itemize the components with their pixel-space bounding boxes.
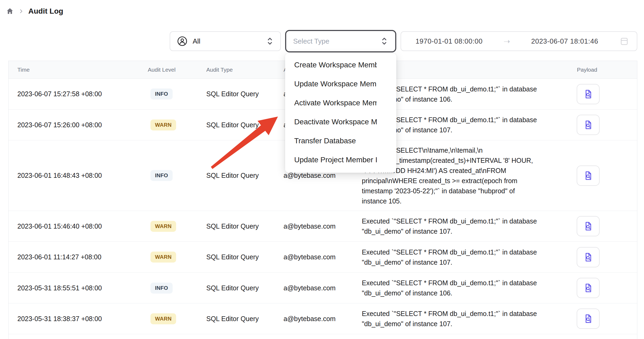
header-audit-type: Audit Type bbox=[206, 61, 233, 78]
file-search-icon bbox=[583, 313, 593, 324]
header-time: Time bbox=[17, 61, 30, 78]
comment-cell: Executed `"SELECT * FROM db_ui_demo.t1;"… bbox=[362, 242, 562, 272]
payload-view-button[interactable] bbox=[577, 216, 600, 236]
audit-level-badge: WARN bbox=[150, 221, 176, 232]
home-icon[interactable] bbox=[6, 7, 14, 15]
payload-view-button[interactable] bbox=[577, 278, 600, 298]
payload-view-button[interactable] bbox=[577, 84, 600, 104]
header-audit-level: Audit Level bbox=[148, 61, 176, 78]
actor-cell: a@bytebase.com bbox=[284, 242, 336, 272]
dropdown-option[interactable]: Create Workspace Memb bbox=[285, 55, 377, 74]
time-cell: 2023-06-07 15:26:00 +08:00 bbox=[17, 110, 102, 140]
audit-type-cell: SQL Editor Query bbox=[206, 273, 259, 303]
file-search-icon bbox=[583, 89, 593, 99]
audit-level-badge: WARN bbox=[150, 120, 176, 130]
audit-level-badge: INFO bbox=[150, 170, 173, 181]
table-row-partial bbox=[9, 334, 637, 339]
file-search-icon bbox=[583, 283, 593, 293]
file-search-icon bbox=[583, 120, 593, 130]
table-row: 2023-06-01 15:46:40 +08:00 WARN SQL Edit… bbox=[9, 211, 637, 242]
payload-view-button[interactable] bbox=[577, 309, 600, 329]
select-chevrons-icon bbox=[380, 37, 388, 46]
arrow-right-icon: ➝ bbox=[503, 37, 510, 46]
payload-view-button[interactable] bbox=[577, 247, 600, 267]
comment-cell: Executed `"SELECT * FROM db_ui_demo.t1;"… bbox=[362, 303, 562, 334]
actor-filter-select[interactable]: All bbox=[170, 31, 281, 51]
table-row: 2023-05-31 18:55:51 +08:00 INFO SQL Edit… bbox=[9, 273, 637, 303]
time-cell: 2023-05-31 18:55:51 +08:00 bbox=[17, 273, 102, 303]
table-row: 2023-06-01 11:14:27 +08:00 WARN SQL Edit… bbox=[9, 242, 637, 273]
time-cell: 2023-06-01 11:14:27 +08:00 bbox=[17, 242, 101, 272]
time-cell: 2023-06-01 16:48:43 +08:00 bbox=[17, 140, 102, 211]
comment-cell: Executed `"SELECT * FROM db_ui_demo.t1;"… bbox=[362, 211, 562, 241]
date-range-start[interactable]: 1970-01-01 08:00:00 bbox=[416, 37, 483, 45]
time-cell: 2023-06-01 15:46:40 +08:00 bbox=[17, 211, 102, 241]
actor-cell: a@bytebase.com bbox=[284, 273, 336, 303]
actor-cell: a@bytebase.com bbox=[284, 211, 336, 241]
audit-type-cell: SQL Editor Query bbox=[206, 79, 259, 109]
time-cell: 2023-05-31 18:38:37 +08:00 bbox=[17, 303, 102, 334]
dropdown-option[interactable]: Update Project Member I bbox=[285, 150, 377, 169]
dropdown-option[interactable]: Update Workspace Memb bbox=[285, 74, 377, 93]
audit-type-filter-select[interactable]: Select Type bbox=[285, 30, 396, 52]
table-row: 2023-05-31 18:38:37 +08:00 WARN SQL Edit… bbox=[9, 303, 637, 334]
audit-type-cell: SQL Editor Query bbox=[206, 242, 259, 272]
file-search-icon bbox=[583, 221, 593, 232]
type-filter-placeholder: Select Type bbox=[293, 37, 329, 45]
audit-level-badge: INFO bbox=[150, 283, 173, 294]
date-range-end[interactable]: 2023-06-07 18:01:46 bbox=[531, 37, 598, 45]
file-search-icon bbox=[583, 170, 593, 181]
date-range-picker[interactable]: 1970-01-01 08:00:00 ➝ 2023-06-07 18:01:4… bbox=[401, 31, 637, 51]
actor-filter-value: All bbox=[193, 37, 200, 45]
breadcrumb: Audit Log bbox=[6, 7, 63, 16]
actor-cell: a@bytebase.com bbox=[284, 303, 336, 334]
dropdown-option[interactable]: Transfer Database bbox=[285, 131, 377, 150]
calendar-icon bbox=[619, 36, 629, 46]
user-icon bbox=[177, 36, 188, 47]
breadcrumb-separator-icon bbox=[18, 8, 25, 15]
comment-cell: Executed `"SELECT * FROM db_ui_demo.t1;"… bbox=[362, 273, 562, 303]
payload-view-button[interactable] bbox=[577, 115, 600, 135]
time-cell: 2023-06-07 15:27:58 +08:00 bbox=[17, 79, 102, 109]
audit-type-cell: SQL Editor Query bbox=[206, 303, 259, 334]
payload-view-button[interactable] bbox=[577, 165, 600, 186]
page-title: Audit Log bbox=[28, 7, 63, 16]
audit-level-badge: WARN bbox=[150, 313, 176, 324]
dropdown-option[interactable]: Deactivate Workspace M bbox=[285, 112, 377, 131]
audit-type-cell: SQL Editor Query bbox=[206, 211, 259, 241]
type-filter-dropdown-menu: Create Workspace Memb Update Workspace M… bbox=[285, 53, 396, 173]
header-payload: Payload bbox=[577, 61, 597, 78]
annotation-arrow bbox=[203, 112, 283, 174]
audit-level-badge: INFO bbox=[150, 88, 173, 99]
file-search-icon bbox=[583, 252, 593, 263]
audit-level-badge: WARN bbox=[150, 252, 176, 263]
select-chevrons-icon bbox=[266, 37, 274, 46]
dropdown-option[interactable]: Activate Workspace Mem bbox=[285, 93, 377, 112]
